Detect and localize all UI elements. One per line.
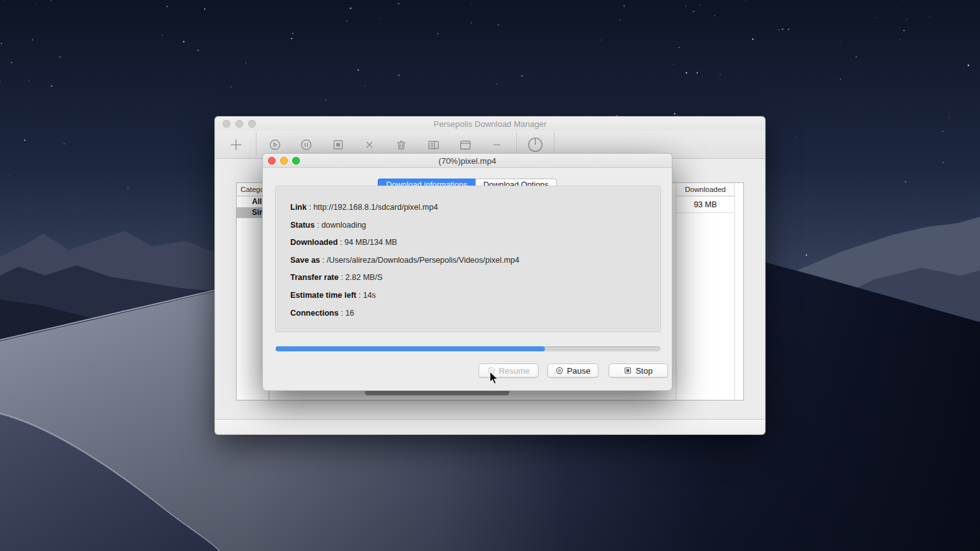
- resume-button[interactable]: Resume: [479, 364, 538, 378]
- trash-icon: [395, 138, 408, 151]
- pause-circle-icon: [300, 138, 313, 151]
- dialog-titlebar[interactable]: (70%)pixel.mp4: [263, 154, 672, 168]
- main-window-title: Persepolis Download Manager: [215, 119, 765, 129]
- download-progress-dialog: (70%)pixel.mp4 Download informations Dow…: [262, 153, 672, 391]
- toolbar-separator: [256, 133, 256, 156]
- list-window-icon: [427, 138, 440, 152]
- downloaded-column-header[interactable]: Downloaded: [676, 183, 734, 196]
- main-window-titlebar[interactable]: Persepolis Download Manager: [215, 117, 765, 131]
- download-progress-fill: [276, 346, 545, 351]
- downloaded-column: Downloaded 93 MB: [676, 183, 735, 400]
- queue-window-button[interactable]: [456, 135, 475, 154]
- info-row-connections: Connections : 16: [290, 309, 660, 318]
- play-circle-icon: [269, 138, 281, 151]
- minus-icon: [491, 139, 503, 151]
- pause-button[interactable]: Pause: [547, 364, 598, 378]
- downloaded-cell[interactable]: 93 MB: [676, 196, 734, 213]
- download-progress-bar: [276, 346, 660, 351]
- exit-button[interactable]: [526, 135, 545, 154]
- trash-button[interactable]: [392, 135, 411, 154]
- stop-download-button[interactable]: [329, 135, 348, 154]
- window-icon: [459, 138, 472, 152]
- info-row-status: Status : downloading: [290, 221, 660, 230]
- info-row-downloaded: Downloaded : 94 MB/134 MB: [290, 238, 660, 247]
- info-row-transfer-rate: Transfer rate : 2.82 MB/S: [290, 273, 660, 283]
- status-bar: [215, 419, 765, 434]
- remove-download-button[interactable]: [360, 135, 379, 154]
- add-download-button[interactable]: [226, 135, 246, 154]
- stop-square-icon: [332, 138, 345, 151]
- download-properties-button[interactable]: [424, 135, 443, 154]
- x-icon: [364, 139, 375, 151]
- download-info-panel: Link : http://192.168.8.1/sdcard/pixel.m…: [275, 186, 661, 332]
- resume-download-button[interactable]: [265, 135, 285, 154]
- pause-download-button[interactable]: [297, 135, 316, 154]
- dialog-title: (70%)pixel.mp4: [263, 156, 672, 166]
- info-row-save-as: Save as : /Users/alireza/Downloads/Perse…: [290, 256, 660, 265]
- info-row-link: Link : http://192.168.8.1/sdcard/pixel.m…: [290, 203, 660, 212]
- stop-button[interactable]: Stop: [609, 364, 668, 378]
- mouse-cursor: [489, 371, 499, 385]
- desktop: Persepolis Download Manager: [0, 0, 980, 551]
- info-row-estimate-time-left: Estimate time left : 14s: [290, 291, 660, 300]
- power-icon: [526, 136, 544, 154]
- hide-menu-button[interactable]: [487, 135, 507, 154]
- plus-icon: [229, 138, 243, 152]
- stop-icon: [624, 367, 632, 374]
- pause-icon: [556, 367, 563, 374]
